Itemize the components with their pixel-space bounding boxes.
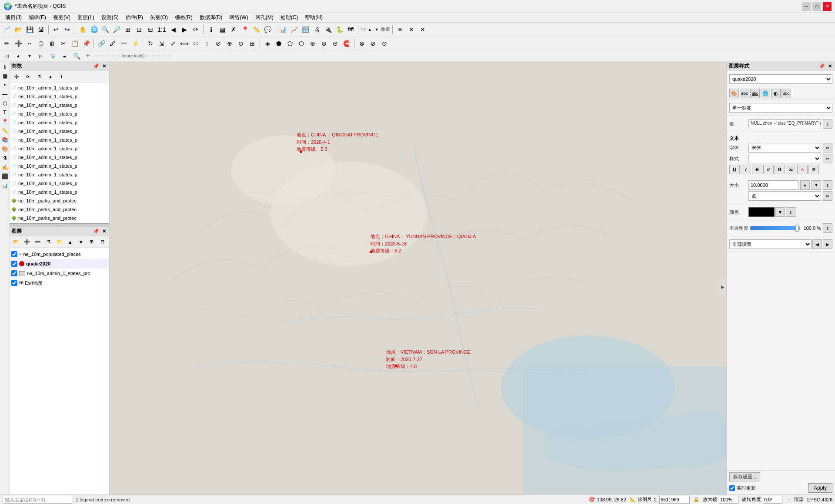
- point-icon-btn[interactable]: •: [0, 81, 9, 90]
- select-icon-btn[interactable]: ▦: [0, 72, 9, 80]
- calculator-button[interactable]: 🔢: [300, 24, 311, 35]
- color-dropdown-btn[interactable]: ▼: [775, 207, 785, 217]
- menu-project[interactable]: 项目(J): [2, 13, 25, 22]
- all-settings-prev-btn[interactable]: ◀: [812, 239, 822, 249]
- browser-item-0[interactable]: 📄 ne_10m_admin_1_states_pi: [10, 83, 109, 92]
- browser-pin-icon[interactable]: 📌: [93, 63, 100, 70]
- pan-button[interactable]: ✋: [77, 24, 88, 35]
- adv-btn3[interactable]: ⊙: [379, 38, 390, 49]
- x-btn1[interactable]: ✕: [395, 24, 405, 35]
- snap-btn[interactable]: 🔗: [96, 38, 107, 49]
- subscript-btn[interactable]: x₂: [786, 165, 796, 174]
- bold-btn[interactable]: B: [775, 165, 785, 174]
- more-btn4[interactable]: ⬡: [296, 38, 307, 49]
- browser-item-5[interactable]: 📄 ne_10m_admin_1_states_p: [10, 127, 109, 136]
- more-format-btn[interactable]: ⚙: [808, 165, 819, 174]
- layer-expand-btn[interactable]: ⊞: [87, 237, 97, 247]
- pan-to-selection-button[interactable]: 🌐: [89, 24, 99, 35]
- realtime-update-checkbox[interactable]: [729, 485, 735, 491]
- merge-btn[interactable]: ⊕: [224, 38, 235, 49]
- apply-button[interactable]: Apply: [808, 483, 832, 493]
- text-icon-btn[interactable]: T: [0, 108, 9, 117]
- delete-selected-btn[interactable]: 🗑: [47, 38, 57, 49]
- font-select[interactable]: 宋体: [748, 143, 821, 153]
- trace-btn[interactable]: 〰: [119, 38, 129, 49]
- browser-item-7[interactable]: 📄 ne_10m_admin_1_states_p: [10, 144, 109, 153]
- browser-item-1[interactable]: 📄 ne_10m_admin_1_states_p: [10, 92, 109, 101]
- new-project-button[interactable]: 📄: [2, 24, 12, 35]
- menu-plugins[interactable]: 插件(P): [122, 13, 147, 22]
- unit-edit-btn[interactable]: ✏: [823, 191, 832, 201]
- layer-down-btn[interactable]: ▼: [76, 237, 86, 247]
- layer-2-checkbox[interactable]: [11, 270, 17, 276]
- browser-item-13[interactable]: 🌳 ne_10m_parks_and_protec: [10, 196, 109, 205]
- browser-item-6[interactable]: 📄 ne_10m_admin_1_states_p: [10, 136, 109, 144]
- menu-edit[interactable]: 编辑(E): [25, 13, 50, 22]
- fill-ring-btn[interactable]: ⊙: [236, 38, 246, 49]
- zoom-out-button[interactable]: 🔎: [111, 24, 122, 35]
- zoom-in-button[interactable]: 🔍: [100, 24, 110, 35]
- magnet-btn[interactable]: 🧲: [341, 38, 352, 49]
- undo-button[interactable]: ↩: [51, 24, 61, 35]
- minimize-button[interactable]: ─: [802, 2, 811, 11]
- menu-view[interactable]: 视图(V): [50, 13, 74, 22]
- browser-item-8[interactable]: 📄 ne_10m_admin_1_states_p: [10, 153, 109, 162]
- text-style-select[interactable]: [748, 154, 821, 163]
- layers-pin-icon[interactable]: 📌: [93, 228, 100, 235]
- scale-btn[interactable]: ⇲: [157, 38, 167, 49]
- layer-item-0[interactable]: ● ne_10m_populated_places: [10, 249, 109, 259]
- zoom-layer-button[interactable]: ⊟: [145, 24, 156, 35]
- add-ring-btn[interactable]: ⊞: [247, 38, 257, 49]
- osm-button[interactable]: 🗺: [345, 24, 356, 35]
- nav-btn3[interactable]: ▼: [24, 51, 35, 61]
- more-btn5[interactable]: ⊛: [307, 38, 318, 49]
- opacity-slider[interactable]: [750, 226, 800, 230]
- poly-icon-btn[interactable]: ⬡: [0, 99, 9, 108]
- save-project-button[interactable]: 💾: [24, 24, 35, 35]
- rotation-input[interactable]: [763, 496, 782, 504]
- select-location-button[interactable]: 📍: [240, 24, 250, 35]
- nav-btn1[interactable]: ◁: [2, 51, 12, 61]
- open-project-button[interactable]: 📂: [13, 24, 23, 35]
- menu-database[interactable]: 数据库(D): [196, 13, 226, 22]
- browser-add-btn[interactable]: ➕: [11, 72, 22, 82]
- color-expr-btn[interactable]: ε: [786, 207, 795, 217]
- menu-vector[interactable]: 矢量(O): [147, 13, 171, 22]
- plugin-manager-button[interactable]: 🔌: [323, 24, 333, 35]
- measure-icon-btn[interactable]: 📏: [0, 126, 9, 135]
- style-icon-abc[interactable]: abc: [740, 89, 749, 98]
- browser-collapse-btn[interactable]: ▲: [45, 72, 56, 82]
- browser-refresh-btn[interactable]: ⟳: [23, 72, 33, 82]
- chart-icon-btn[interactable]: 📊: [0, 181, 9, 190]
- layer-style-pin-icon[interactable]: 📌: [818, 63, 825, 70]
- browser-item-10[interactable]: 📄 ne_10m_admin_1_states_p: [10, 170, 109, 179]
- map-scroll-right[interactable]: ▶: [719, 278, 726, 295]
- layer-style-close-icon[interactable]: ✕: [826, 63, 833, 70]
- menu-layer[interactable]: 图层(L): [74, 13, 98, 22]
- more-btn2[interactable]: ⬟: [274, 38, 284, 49]
- more-edit-btn[interactable]: ⚡: [130, 38, 140, 49]
- map-tips-button[interactable]: 💬: [262, 24, 273, 35]
- mirror-btn[interactable]: ⟺: [179, 38, 190, 49]
- layer-0-checkbox[interactable]: [11, 251, 17, 257]
- layer-style-layer-dropdown[interactable]: quake2020: [729, 74, 832, 84]
- refresh-button[interactable]: ⟳: [190, 24, 201, 35]
- menu-settings[interactable]: 设置(S): [98, 13, 122, 22]
- add-feature-btn[interactable]: ➕: [13, 38, 23, 49]
- save-settings-button[interactable]: 保存设置...: [729, 472, 760, 481]
- digitize-btn[interactable]: ✏: [2, 38, 12, 49]
- layer-1-checkbox[interactable]: [11, 261, 17, 267]
- paste-features-btn[interactable]: 📌: [81, 38, 91, 49]
- reshape-btn[interactable]: ⬭: [190, 38, 201, 49]
- color-box[interactable]: [748, 207, 775, 217]
- pin-icon-btn[interactable]: 📍: [0, 117, 9, 126]
- maximize-button[interactable]: □: [812, 2, 821, 11]
- unit-select[interactable]: 点: [748, 191, 821, 201]
- more-btn6[interactable]: ⊜: [319, 38, 329, 49]
- layer-add-btn[interactable]: ➕: [22, 237, 32, 247]
- layer-3-checkbox[interactable]: [11, 280, 17, 286]
- zoom-last-button[interactable]: ◀: [168, 24, 178, 35]
- split-btn[interactable]: ⊘: [213, 38, 224, 49]
- map-area[interactable]: 地点：CHINA： QINGHAI PROVINCE 时间：2020-4-1 地…: [110, 62, 726, 494]
- style-icon-cube[interactable]: 🎨: [729, 89, 739, 98]
